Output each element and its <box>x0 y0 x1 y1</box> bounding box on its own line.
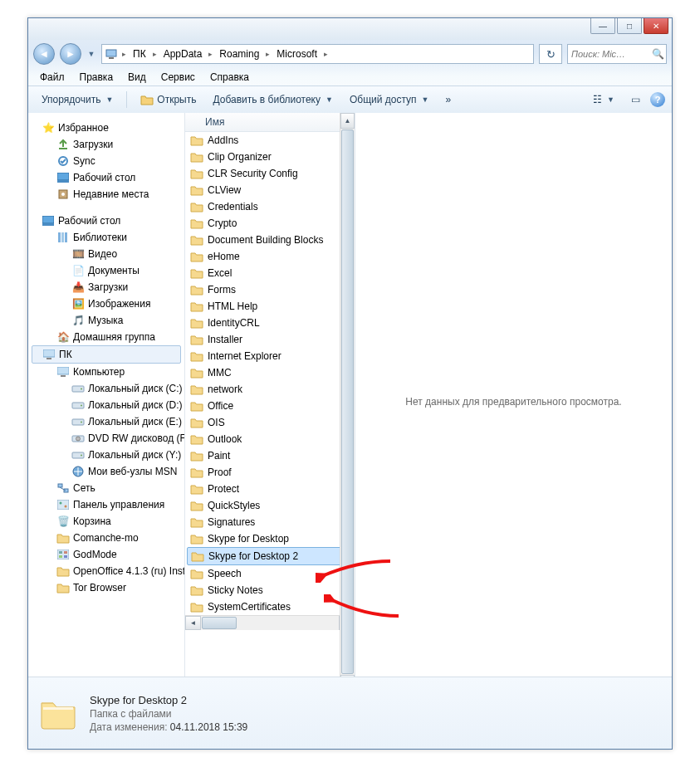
nav-folder-item[interactable]: Comanche-mo <box>28 530 184 546</box>
svg-point-26 <box>81 455 82 457</box>
folder-item[interactable]: network <box>185 381 355 398</box>
library-item[interactable]: 📥Загрузки <box>28 279 184 296</box>
folder-item[interactable]: Protect <box>185 481 355 497</box>
close-button[interactable]: ✕ <box>644 18 668 34</box>
folder-item[interactable]: Internet Explorer <box>185 348 355 364</box>
folder-item[interactable]: Outlook <box>185 431 355 447</box>
libraries-header[interactable]: Библиотеки <box>28 229 184 246</box>
view-options-button[interactable]: ☷▼ <box>586 90 621 109</box>
drive-item[interactable]: Локальный диск (C:) <box>28 380 184 397</box>
folder-item[interactable]: SystemCertificates <box>185 598 355 615</box>
folder-item[interactable]: HTML Help <box>185 298 355 315</box>
vertical-scrollbar[interactable]: ▲ ▼ <box>340 113 355 691</box>
back-button[interactable]: ◄ <box>33 43 55 65</box>
folder-name: CLView <box>208 184 241 196</box>
more-commands[interactable]: » <box>438 90 458 109</box>
folder-item[interactable]: OIS <box>185 414 355 431</box>
folder-item[interactable]: AddIns <box>185 132 355 149</box>
breadcrumb-segment[interactable]: ПК <box>128 45 151 63</box>
folder-icon <box>190 584 203 597</box>
favorites-item[interactable]: Загрузки <box>28 136 184 153</box>
nav-item-label: OpenOffice 4.1.3 (ru) Instal <box>73 565 185 577</box>
nav-folder-item[interactable]: OpenOffice 4.1.3 (ru) Instal <box>28 563 184 579</box>
folder-item[interactable]: Forms <box>185 281 355 298</box>
folder-item[interactable]: MMC <box>185 364 355 381</box>
folder-item[interactable]: IdentityCRL <box>185 315 355 331</box>
nav-item-label: Музыка <box>88 315 123 326</box>
library-item[interactable]: 🎞️Видео <box>28 246 184 262</box>
folder-item[interactable]: Crypto <box>185 215 355 232</box>
svg-rect-11 <box>61 232 64 242</box>
menu-edit[interactable]: Правка <box>73 70 120 85</box>
folder-item[interactable]: Signatures <box>185 514 355 530</box>
menu-file[interactable]: Файл <box>33 70 71 85</box>
address-bar[interactable]: ▸ ПК ▸ AppData ▸ Roaming ▸ Microsoft ▸ <box>101 44 534 64</box>
maximize-button[interactable]: □ <box>617 18 642 34</box>
menu-view[interactable]: Вид <box>121 70 153 85</box>
minimize-button[interactable]: — <box>590 18 615 34</box>
folder-item[interactable]: Paint <box>185 447 355 464</box>
folder-item[interactable]: Skype for Desktop 2 <box>187 547 353 565</box>
folder-item[interactable]: eHome <box>185 248 355 265</box>
menu-help[interactable]: Справка <box>203 70 256 85</box>
favorites-header[interactable]: ⭐Избранное <box>28 120 184 136</box>
desktop-header[interactable]: Рабочий стол <box>28 213 184 229</box>
favorites-item[interactable]: Sync <box>28 153 184 169</box>
column-header-name[interactable]: Имя <box>185 113 355 132</box>
folder-item[interactable]: Speech <box>185 565 355 582</box>
folder-item[interactable]: Excel <box>185 265 355 281</box>
favorites-item[interactable]: Недавние места <box>28 186 184 203</box>
refresh-button[interactable]: ↻ <box>539 44 562 64</box>
nav-history-dropdown[interactable]: ▼ <box>86 46 96 62</box>
folder-item[interactable]: Office <box>185 398 355 414</box>
scroll-up-button[interactable]: ▲ <box>340 113 355 129</box>
drive-item[interactable]: Локальный диск (Y:) <box>28 447 184 463</box>
folder-item[interactable]: Proof <box>185 464 355 481</box>
search-input[interactable]: Поиск: Mic… 🔍 <box>567 44 667 64</box>
folder-item[interactable]: CLR Security Config <box>185 165 355 182</box>
folder-item[interactable]: Sticky Notes <box>185 582 355 598</box>
drive-item[interactable]: Локальный диск (D:) <box>28 397 184 413</box>
drive-item[interactable]: Мои веб-узлы MSN <box>28 463 184 480</box>
drive-item[interactable]: Локальный диск (E:) <box>28 413 184 430</box>
breadcrumb-segment[interactable]: Roaming <box>214 45 264 63</box>
pk-item[interactable]: ПК <box>32 345 181 364</box>
favorites-item[interactable]: Рабочий стол <box>28 169 184 186</box>
organize-button[interactable]: Упорядочить▼ <box>35 90 120 109</box>
folder-item[interactable]: Credentials <box>185 198 355 215</box>
folder-name: Office <box>208 400 233 412</box>
nav-folder-item[interactable]: GodMode <box>28 546 184 563</box>
add-to-library-button[interactable]: Добавить в библиотеку▼ <box>206 90 339 109</box>
breadcrumb-segment[interactable]: Microsoft <box>272 45 322 63</box>
computer-header[interactable]: Компьютер <box>28 364 184 380</box>
help-button[interactable]: ? <box>650 92 665 107</box>
folder-item[interactable]: CLView <box>185 182 355 198</box>
folder-item[interactable]: QuickStyles <box>185 497 355 514</box>
horizontal-scrollbar[interactable]: ◄ ► <box>185 615 355 630</box>
scroll-thumb[interactable] <box>341 129 354 674</box>
folder-name: Document Building Blocks <box>208 234 323 246</box>
folder-item[interactable]: Skype for Desktop <box>185 530 355 547</box>
folder-item[interactable]: Document Building Blocks <box>185 232 355 248</box>
network-item[interactable]: Сеть <box>28 480 184 496</box>
library-item[interactable]: 🖼️Изображения <box>28 296 184 312</box>
nav-item-label: Загрузки <box>73 139 113 150</box>
share-button[interactable]: Общий доступ▼ <box>343 90 436 109</box>
breadcrumb-segment[interactable]: AppData <box>159 45 208 63</box>
forward-button[interactable]: ► <box>60 43 81 65</box>
folder-item[interactable]: Installer <box>185 331 355 348</box>
library-item[interactable]: 📄Документы <box>28 262 184 279</box>
scroll-thumb[interactable] <box>202 617 237 629</box>
scroll-left-button[interactable]: ◄ <box>185 616 201 630</box>
details-type: Папка с файлами <box>90 708 247 720</box>
control-panel-item[interactable]: Панель управления <box>28 496 184 513</box>
menu-tools[interactable]: Сервис <box>154 70 202 85</box>
folder-item[interactable]: Clip Organizer <box>185 149 355 165</box>
homegroup-item[interactable]: 🏠Домашняя группа <box>28 329 184 345</box>
nav-folder-item[interactable]: Tor Browser <box>28 579 184 596</box>
open-button[interactable]: Открыть <box>134 90 203 110</box>
library-item[interactable]: 🎵Музыка <box>28 312 184 329</box>
recycle-bin-item[interactable]: 🗑️Корзина <box>28 513 184 530</box>
preview-pane-button[interactable]: ▭ <box>624 90 647 109</box>
drive-item[interactable]: DVD RW дисковод (F:) <box>28 430 184 447</box>
